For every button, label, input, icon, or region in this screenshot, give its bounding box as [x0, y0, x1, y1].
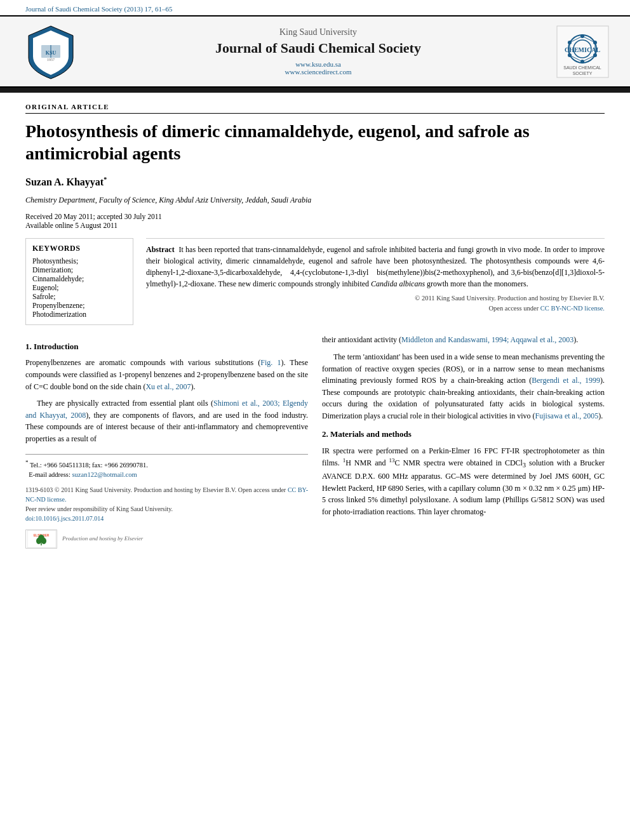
cc-license-link[interactable]: CC BY-NC-ND license. [540, 305, 605, 312]
keywords-abstract-row: KEYWORDS Photosynthesis; Dimerization; C… [25, 238, 605, 325]
elsevier-tagline: Production and hosting by Elsevier [62, 535, 143, 543]
keyword-6: Propenylbenzene; [32, 302, 126, 309]
svg-point-26 [36, 538, 41, 544]
section2-heading: 2. Materials and methods [322, 428, 605, 441]
journal-ref: Journal of Saudi Chemical Society (2013)… [0, 0, 630, 15]
keyword-4: Eugenol; [32, 284, 126, 291]
journal-ref-text: Journal of Saudi Chemical Society (2013)… [25, 5, 173, 13]
chemical-society-icon: CHEMICAL SAUDI CHEMICAL SOCIETY [556, 25, 610, 79]
right-para1: their antioxidant activity (Middleton an… [322, 334, 605, 346]
ksu-shield-icon: KSU 1957 [22, 23, 79, 80]
candida-italic: Candida albicans [371, 279, 425, 288]
header-center: King Saud University Journal of Saudi Ch… [89, 21, 547, 82]
page-container: Journal of Saudi Chemical Society (2013)… [0, 0, 630, 840]
author-name: Suzan A. Khayyat* [25, 176, 605, 188]
fig1-link[interactable]: Fig. 1 [260, 358, 281, 367]
keyword-3: Cinnamaldehyde; [32, 275, 126, 283]
content-area: ORIGINAL ARTICLE Photosynthesis of dimer… [0, 93, 630, 561]
section1-para2: They are physically extracted from essen… [25, 397, 308, 444]
keyword-5: Safrole; [32, 293, 126, 300]
bergendi-link[interactable]: Bergendi et al., 1999 [532, 376, 600, 385]
website1: www.ksu.edu.sa [89, 60, 547, 68]
svg-text:SOCIETY: SOCIETY [572, 71, 592, 76]
section-type-label: ORIGINAL ARTICLE [25, 103, 605, 114]
keyword-2: Dimerization; [32, 266, 126, 274]
body-right-col: their antioxidant activity (Middleton an… [322, 334, 605, 548]
page-header: KSU 1957 King Saud University Journal of… [0, 15, 630, 88]
article-title: Photosynthesis of dimeric cinnamaldehyde… [25, 120, 605, 164]
section2-para1: IR spectra were performed on a Perkin-El… [322, 445, 605, 518]
copyright-block: 1319-6103 © 2011 King Saud University. P… [25, 485, 308, 523]
abstract-col: Abstract It has been reported that trans… [146, 238, 605, 325]
right-para2: The term 'antioxidant' has been used in … [322, 351, 605, 422]
university-name: King Saud University [89, 27, 547, 37]
abstract-block: Abstract It has been reported that trans… [146, 238, 605, 314]
svg-text:SAUDI CHEMICAL: SAUDI CHEMICAL [563, 65, 601, 70]
website2: www.sciencedirect.com [89, 68, 547, 76]
section1-heading: 1. Introduction [25, 340, 308, 353]
middleton-link[interactable]: Middleton and Kandaswami, 1994; Aqqawal … [401, 335, 573, 344]
fujisawa-link[interactable]: Fujisawa et al., 2005 [535, 411, 599, 420]
abstract-text: It has been reported that trans-cinnamal… [146, 245, 605, 288]
affiliation: Chemistry Department, Faculty of Science… [25, 196, 605, 205]
section1-para1: Propenylbenzenes are aromatic compounds … [25, 357, 308, 392]
doi-link[interactable]: doi:10.1016/j.jscs.2011.07.014 [25, 515, 104, 522]
dark-bar [0, 88, 630, 93]
keyword-7: Photodimerization [32, 310, 126, 318]
received-info: Received 20 May 2011; accepted 30 July 2… [25, 213, 605, 220]
ksu-logo-left: KSU 1957 [13, 17, 89, 86]
elsevier-footer: ELSEVIER Production and hosting by Elsev… [25, 530, 308, 549]
journal-title: Journal of Saudi Chemical Society [89, 40, 547, 57]
xu2007-link[interactable]: Xu et al., 2007 [145, 382, 191, 391]
available-online: Available online 5 August 2011 [25, 222, 605, 229]
keywords-title: KEYWORDS [32, 244, 126, 253]
body-two-col: 1. Introduction Propenylbenzenes are aro… [25, 334, 605, 548]
journal-logo-right: CHEMICAL SAUDI CHEMICAL SOCIETY [547, 17, 617, 86]
abstract-copyright: © 2011 King Saud University. Production … [146, 293, 605, 314]
svg-point-27 [41, 538, 46, 544]
footnotes: * Tel.: +966 504511318; fax: +966 269907… [25, 454, 308, 480]
keywords-col: KEYWORDS Photosynthesis; Dimerization; C… [25, 238, 133, 325]
elsevier-logo-icon: ELSEVIER [25, 530, 57, 549]
body-left-col: 1. Introduction Propenylbenzenes are aro… [25, 334, 308, 548]
keywords-box: KEYWORDS Photosynthesis; Dimerization; C… [25, 238, 133, 325]
keyword-1: Photosynthesis; [32, 257, 126, 265]
shimoni-link[interactable]: Shimoni et al., 2003; Elgendy and Khayya… [25, 399, 308, 420]
abstract-label: Abstract [146, 245, 175, 254]
svg-text:1957: 1957 [47, 58, 55, 62]
footnote-email: E-mail address: suzan122@hotmail.com [25, 470, 308, 480]
email-link[interactable]: suzan122@hotmail.com [72, 471, 137, 478]
footnote-tel: * Tel.: +966 504511318; fax: +966 269907… [25, 458, 308, 470]
received-block: Received 20 May 2011; accepted 30 July 2… [25, 213, 605, 229]
